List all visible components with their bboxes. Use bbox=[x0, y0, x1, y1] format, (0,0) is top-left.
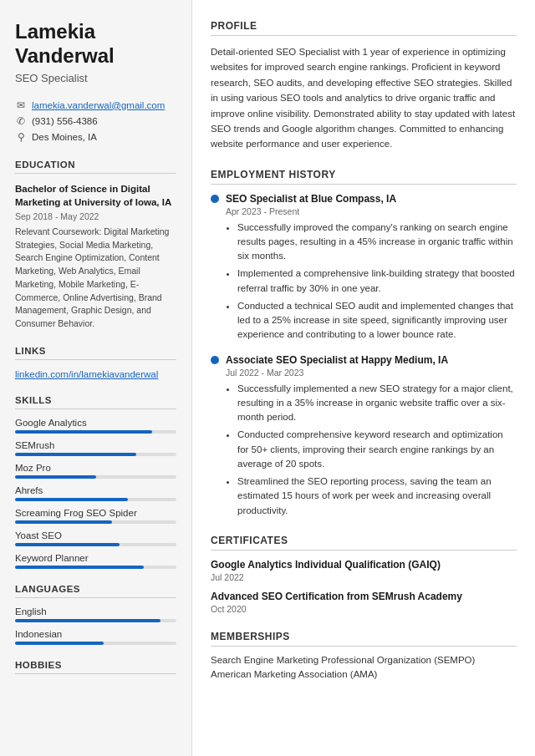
job-bullet: Successfully improved the company's rank… bbox=[237, 221, 517, 264]
phone-text: (931) 556-4386 bbox=[32, 116, 98, 126]
skill-bar-bg bbox=[15, 566, 176, 569]
memberships-list: Search Engine Marketing Professional Org… bbox=[211, 655, 517, 679]
membership-item: American Marketing Association (AMA) bbox=[211, 669, 517, 679]
skill-bar-fill bbox=[15, 566, 144, 569]
profile-section-title: PROFILE bbox=[211, 20, 517, 36]
cert-entry: Google Analytics Individual Qualificatio… bbox=[211, 559, 517, 582]
job-title: SEO Specialist at Blue Compass, IA bbox=[226, 193, 396, 205]
job-dot bbox=[211, 356, 219, 364]
cert-entry: Advanced SEO Certification from SEMrush … bbox=[211, 591, 517, 614]
skill-bar-fill bbox=[15, 498, 128, 501]
email-item: ✉ lamekia.vanderwal@gmail.com bbox=[15, 99, 176, 111]
skills-list: Google Analytics SEMrush Moz Pro Ahrefs … bbox=[15, 418, 176, 569]
skill-item: Yoast SEO bbox=[15, 530, 176, 546]
education-section-title: EDUCATION bbox=[15, 160, 176, 174]
language-bar-fill bbox=[15, 619, 160, 622]
skill-bar-bg bbox=[15, 543, 176, 546]
certs-list: Google Analytics Individual Qualificatio… bbox=[211, 559, 517, 614]
edu-date: Sep 2018 - May 2022 bbox=[15, 211, 176, 221]
job-date: Jul 2022 - Mar 2023 bbox=[226, 368, 517, 378]
skill-name: SEMrush bbox=[15, 440, 176, 450]
skill-bar-fill bbox=[15, 430, 152, 434]
language-bar-bg bbox=[15, 619, 176, 622]
candidate-title: SEO Specialist bbox=[15, 72, 176, 84]
job-bullet: Conducted a technical SEO audit and impl… bbox=[237, 299, 517, 342]
job-date: Apr 2023 - Present bbox=[226, 206, 517, 216]
phone-icon: ✆ bbox=[15, 115, 27, 127]
skill-item: Google Analytics bbox=[15, 418, 176, 434]
skill-bar-bg bbox=[15, 520, 176, 524]
skill-bar-bg bbox=[15, 498, 176, 501]
language-bar-fill bbox=[15, 642, 104, 645]
job-title-line: Associate SEO Specialist at Happy Medium… bbox=[211, 354, 517, 366]
cert-name: Google Analytics Individual Qualificatio… bbox=[211, 559, 517, 571]
cert-date: Oct 2020 bbox=[211, 604, 517, 614]
job-entry: SEO Specialist at Blue Compass, IA Apr 2… bbox=[211, 193, 517, 342]
employment-section-title: EMPLOYMENT HISTORY bbox=[211, 169, 517, 185]
hobbies-section-title: HOBBIES bbox=[15, 660, 176, 674]
cert-name: Advanced SEO Certification from SEMrush … bbox=[211, 591, 517, 602]
languages-section-title: LANGUAGES bbox=[15, 584, 176, 598]
contact-info: ✉ lamekia.vanderwal@gmail.com ✆ (931) 55… bbox=[15, 99, 176, 143]
language-item: English bbox=[15, 606, 176, 622]
job-title: Associate SEO Specialist at Happy Medium… bbox=[226, 354, 448, 366]
skill-item: Keyword Planner bbox=[15, 553, 176, 569]
skill-item: Screaming Frog SEO Spider bbox=[15, 508, 176, 524]
job-bullet: Implemented a comprehensive link-buildin… bbox=[237, 266, 517, 296]
edu-coursework: Relevant Coursework: Digital Marketing S… bbox=[15, 226, 176, 331]
skill-bar-bg bbox=[15, 475, 176, 479]
job-bullets: Successfully implemented a new SEO strat… bbox=[226, 382, 517, 518]
edu-degree: Bachelor of Science in Digital Marketing… bbox=[15, 182, 176, 209]
skills-section-title: SKILLS bbox=[15, 395, 176, 409]
employment-section: EMPLOYMENT HISTORY SEO Specialist at Blu… bbox=[211, 169, 517, 518]
profile-text: Detail-oriented SEO Specialist with 1 ye… bbox=[211, 44, 517, 152]
skill-item: Ahrefs bbox=[15, 485, 176, 501]
job-entry: Associate SEO Specialist at Happy Medium… bbox=[211, 354, 517, 518]
skill-item: SEMrush bbox=[15, 440, 176, 456]
location-item: ⚲ Des Moines, IA bbox=[15, 131, 176, 143]
linkedin-link[interactable]: linkedin.com/in/lamekiavanderwal bbox=[15, 369, 158, 379]
sidebar: Lamekia Vanderwal SEO Specialist ✉ lamek… bbox=[0, 0, 192, 756]
profile-section: PROFILE Detail-oriented SEO Specialist w… bbox=[211, 20, 517, 152]
skill-bar-fill bbox=[15, 520, 112, 524]
skill-bar-fill bbox=[15, 475, 96, 479]
location-icon: ⚲ bbox=[15, 131, 27, 143]
location-text: Des Moines, IA bbox=[32, 132, 97, 142]
links-section-title: LINKS bbox=[15, 346, 176, 360]
main-content: PROFILE Detail-oriented SEO Specialist w… bbox=[192, 0, 535, 756]
language-name: English bbox=[15, 606, 176, 616]
skill-bar-fill bbox=[15, 543, 120, 546]
links-section: linkedin.com/in/lamekiavanderwal bbox=[15, 368, 176, 380]
languages-list: English Indonesian bbox=[15, 606, 176, 645]
language-item: Indonesian bbox=[15, 629, 176, 645]
email-link[interactable]: lamekia.vanderwal@gmail.com bbox=[32, 100, 165, 110]
job-bullet: Successfully implemented a new SEO strat… bbox=[237, 382, 517, 425]
cert-date: Jul 2022 bbox=[211, 572, 517, 582]
memberships-section-title: MEMBERSHIPS bbox=[211, 631, 517, 647]
job-bullet: Streamlined the SEO reporting process, s… bbox=[237, 474, 517, 518]
language-bar-bg bbox=[15, 642, 176, 645]
skill-bar-bg bbox=[15, 453, 176, 456]
job-bullets: Successfully improved the company's rank… bbox=[226, 221, 517, 342]
memberships-section: MEMBERSHIPS Search Engine Marketing Prof… bbox=[211, 631, 517, 679]
jobs-list: SEO Specialist at Blue Compass, IA Apr 2… bbox=[211, 193, 517, 518]
candidate-name: Lamekia Vanderwal bbox=[15, 20, 176, 68]
skill-name: Moz Pro bbox=[15, 463, 176, 473]
certificates-section: CERTIFICATES Google Analytics Individual… bbox=[211, 535, 517, 614]
skill-name: Yoast SEO bbox=[15, 530, 176, 540]
certificates-section-title: CERTIFICATES bbox=[211, 535, 517, 551]
job-title-line: SEO Specialist at Blue Compass, IA bbox=[211, 193, 517, 205]
skill-item: Moz Pro bbox=[15, 463, 176, 479]
phone-item: ✆ (931) 556-4386 bbox=[15, 115, 176, 127]
skill-name: Google Analytics bbox=[15, 418, 176, 428]
language-name: Indonesian bbox=[15, 629, 176, 639]
job-bullet: Conducted comprehensive keyword research… bbox=[237, 428, 517, 471]
membership-item: Search Engine Marketing Professional Org… bbox=[211, 655, 517, 665]
skill-bar-bg bbox=[15, 430, 176, 434]
email-icon: ✉ bbox=[15, 99, 27, 111]
job-dot bbox=[211, 195, 219, 203]
skill-name: Keyword Planner bbox=[15, 553, 176, 563]
skill-name: Screaming Frog SEO Spider bbox=[15, 508, 176, 518]
skill-name: Ahrefs bbox=[15, 485, 176, 495]
skill-bar-fill bbox=[15, 453, 136, 456]
